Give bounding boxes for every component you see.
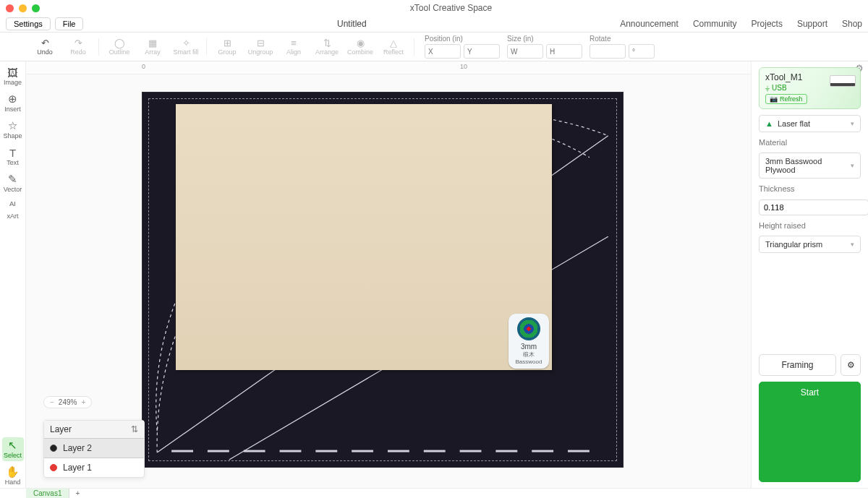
material-label: Material [759,138,861,147]
redo-button[interactable]: ↷Redo [62,34,94,60]
output-settings-button[interactable]: ⚙ [841,354,861,376]
nav-community[interactable]: Community [693,19,737,29]
insert-icon: ⊕ [8,93,17,105]
combine-button[interactable]: ◉Combine [344,34,376,60]
laser-flat-icon: ▲ [765,119,773,128]
thickness-label: Thickness [759,184,861,193]
device-thumbnail [830,75,856,87]
size-h-input[interactable] [546,44,582,59]
material-sticker: 3mm 椴木 Basswood [509,314,549,369]
align-button[interactable]: ≡Align [278,34,310,60]
layer-options-icon[interactable]: ⇅ [131,424,138,434]
target-icon [517,317,540,340]
start-button[interactable]: Start [759,382,861,483]
height-raised-label: Height raised [759,221,861,230]
smartfill-button[interactable]: ✧Smart fill [170,34,202,60]
canvas-area[interactable]: 0 10 [26,61,751,488]
tool-insert[interactable]: ⊕Insert [2,91,24,115]
text-icon: T [9,147,16,158]
height-raised-select[interactable]: Triangular prism ▾ [759,236,861,253]
zoom-value: 249% [59,398,77,406]
thickness-input[interactable] [759,199,868,215]
tool-image[interactable]: 🖼Image [2,64,24,88]
tool-text[interactable]: TText [2,145,24,168]
group-button[interactable]: ⊞Group [211,34,243,60]
bottom-bar: Canvas1 + [0,488,868,498]
app-title: xTool Creative Space [40,3,862,13]
chevron-down-icon: ▾ [851,120,854,127]
usb-icon: ⏚ [765,84,770,92]
material-sheet: SKELETON [176,104,552,370]
close-window-icon[interactable] [6,4,14,12]
position-group: Position (in) [425,35,500,59]
document-title: Untitled [83,19,620,29]
sticker-size: 3mm [521,343,537,351]
sticker-en: Basswood [516,359,542,365]
toolbar: ↶Undo ↷Redo ◯Outline ▦Array ✧Smart fill … [0,33,868,61]
vector-icon: ✎ [8,173,17,185]
camera-icon: 📷 [770,95,778,103]
zoom-control: − 249% + [43,396,92,408]
array-button[interactable]: ▦Array [137,34,169,60]
rotate-group: Rotate [590,35,655,59]
size-group: Size (in) [507,35,582,59]
hand-icon: ✋ [6,466,20,478]
material-select[interactable]: 3mm Basswood Plywood ▾ [759,153,861,179]
ungroup-button[interactable]: ⊟Ungroup [244,34,276,60]
layer-panel: Layer ⇅ Layer 2 Layer 1 [43,420,145,478]
sticker-cn: 椴木 [523,351,535,359]
layer-name: Layer 1 [63,463,92,473]
position-x-input[interactable] [425,44,461,59]
tool-vector[interactable]: ✎Vector [2,171,24,195]
position-y-input[interactable] [464,44,500,59]
cursor-icon: ↖ [8,439,17,451]
tool-xart[interactable]: ᴬᴵxArt [2,198,24,222]
layer-color-icon [50,464,57,471]
framing-button[interactable]: Framing [759,354,836,376]
size-w-input[interactable] [507,44,543,59]
ruler-horizontal: 0 10 [26,61,751,74]
arrange-button[interactable]: ⇅Arrange [311,34,343,60]
traffic-lights [6,4,40,12]
right-panel: ⚙ xTool_M1 ⏚USB 📷Refresh ▲Laser flat ▾ M… [751,61,868,488]
window-titlebar: xTool Creative Space [0,0,868,16]
refresh-button[interactable]: 📷Refresh [765,94,807,104]
layer-row-2[interactable]: Layer 2 [44,438,144,458]
maximize-window-icon[interactable] [32,4,40,12]
chevron-down-icon: ▾ [851,241,854,248]
laser-bed: SKELETON [142,92,624,468]
image-icon: 🖼 [7,66,18,78]
layer-color-icon [50,445,57,452]
layer-panel-title: Layer [50,424,72,434]
rotate-unit[interactable] [629,44,655,59]
nav-projects[interactable]: Projects [752,19,783,29]
canvas-tab[interactable]: Canvas1 [26,489,69,499]
undo-button[interactable]: ↶Undo [29,34,61,60]
nav-support[interactable]: Support [797,19,827,29]
outline-button[interactable]: ◯Outline [103,34,135,60]
rotate-input[interactable] [590,44,626,59]
layer-name: Layer 2 [63,443,92,453]
reflect-button[interactable]: △Reflect [378,34,409,60]
connection-label: USB [772,84,787,92]
ai-icon: ᴬᴵ [9,200,16,212]
device-card: xTool_M1 ⏚USB 📷Refresh [759,67,861,109]
nav-announcement[interactable]: Announcement [620,19,678,29]
tool-shape[interactable]: ☆Shape [2,118,24,142]
chevron-down-icon: ▾ [851,162,854,169]
settings-button[interactable]: Settings [6,17,51,30]
minimize-window-icon[interactable] [19,4,27,12]
tool-select[interactable]: ↖Select [2,437,24,461]
shape-icon: ☆ [8,120,17,132]
nav-shop[interactable]: Shop [842,19,862,29]
add-canvas-button[interactable]: + [69,489,85,497]
layer-row-1[interactable]: Layer 1 [44,458,144,477]
zoom-in-button[interactable]: + [81,398,85,406]
menubar: Settings File Untitled Announcement Comm… [0,16,868,33]
file-button[interactable]: File [55,17,84,30]
mode-select[interactable]: ▲Laser flat ▾ [759,115,861,132]
zoom-out-button[interactable]: − [50,398,54,406]
tool-hand[interactable]: ✋Hand [2,464,24,488]
left-tool-strip: 🖼Image ⊕Insert ☆Shape TText ✎Vector ᴬᴵxA… [0,61,26,488]
